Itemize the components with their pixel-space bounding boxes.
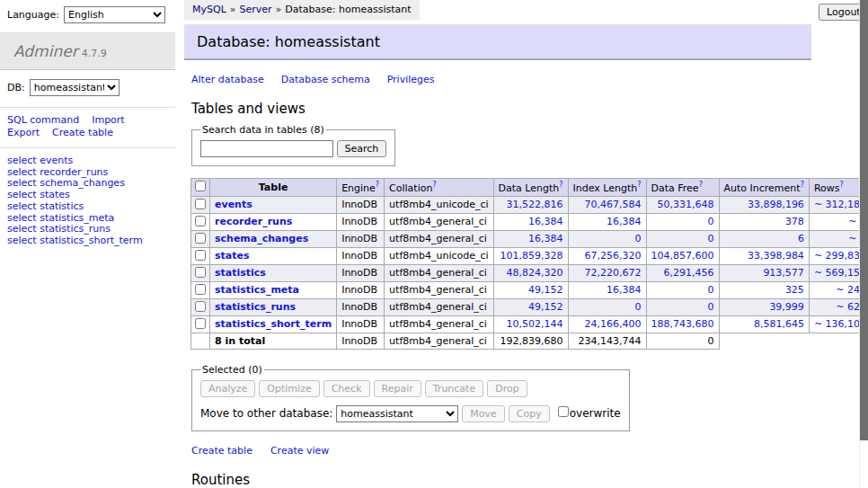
- breadcrumb-link[interactable]: MySQL: [192, 4, 226, 15]
- help-link[interactable]: ?: [559, 181, 562, 189]
- table-name-link[interactable]: statistics_meta: [215, 284, 299, 296]
- index-length-link[interactable]: 72,220,672: [585, 267, 642, 279]
- auto-increment-link[interactable]: 325: [785, 284, 804, 296]
- auto-increment-cell: 33,898,196: [719, 196, 809, 213]
- column-header-engine: Engine?: [337, 179, 385, 197]
- index-length-link[interactable]: 24,166,400: [585, 318, 642, 330]
- data-length-link[interactable]: 16,384: [528, 216, 563, 227]
- database-action-link[interactable]: Database schema: [281, 74, 370, 85]
- check-button[interactable]: Check: [323, 380, 370, 397]
- engine-cell: InnoDB: [337, 298, 385, 315]
- auto-increment-link[interactable]: 8,581,645: [754, 318, 804, 330]
- sidebar-action-link[interactable]: SQL command: [7, 114, 79, 126]
- index-length-link[interactable]: 70,467,584: [585, 199, 642, 210]
- data-free-link[interactable]: 0: [708, 233, 714, 244]
- table-name-link[interactable]: statistics_runs: [215, 301, 296, 313]
- auto-increment-link[interactable]: 33,398,984: [748, 250, 804, 262]
- help-link[interactable]: ?: [376, 181, 379, 189]
- scrollbar-thumb[interactable]: [860, 0, 868, 440]
- move-button[interactable]: Move: [462, 405, 505, 422]
- sidebar-select-link[interactable]: select states: [7, 190, 168, 201]
- drop-button[interactable]: Drop: [487, 380, 527, 397]
- row-checkbox[interactable]: [195, 199, 206, 209]
- repair-button[interactable]: Repair: [374, 380, 421, 397]
- analyze-button[interactable]: Analyze: [200, 380, 255, 397]
- data-free-link[interactable]: 104,857,600: [651, 250, 714, 262]
- data-length-link[interactable]: 31,522,816: [507, 199, 563, 210]
- table-name-link[interactable]: events: [215, 199, 252, 210]
- optimize-button[interactable]: Optimize: [259, 380, 319, 397]
- sidebar-action-link[interactable]: Export: [7, 127, 40, 138]
- row-checkbox[interactable]: [195, 233, 206, 244]
- database-action-link[interactable]: Alter database: [191, 74, 264, 85]
- data-length-link[interactable]: 16,384: [528, 233, 563, 244]
- row-checkbox[interactable]: [195, 250, 206, 261]
- language-label: Language:: [7, 9, 59, 21]
- overwrite-checkbox[interactable]: [558, 406, 569, 417]
- row-checkbox[interactable]: [195, 318, 206, 329]
- help-link[interactable]: ?: [801, 181, 804, 189]
- index-length-link[interactable]: 0: [635, 233, 642, 244]
- auto-increment-link[interactable]: 33,898,196: [748, 199, 804, 210]
- breadcrumb-link[interactable]: Server: [240, 4, 272, 15]
- truncate-button[interactable]: Truncate: [425, 380, 483, 397]
- index-length-link[interactable]: 67,256,320: [585, 250, 642, 262]
- table-name-link[interactable]: schema_changes: [215, 233, 308, 244]
- select-all-checkbox[interactable]: [195, 181, 206, 191]
- table-name-link[interactable]: statistics_short_term: [215, 318, 332, 330]
- index-length-cell: 16,384: [568, 213, 646, 230]
- sidebar-select-link[interactable]: select statistics_short_term: [7, 235, 168, 247]
- vertical-scrollbar[interactable]: [859, 0, 868, 488]
- row-checkbox[interactable]: [195, 216, 206, 226]
- auto-increment-link[interactable]: 6: [798, 233, 804, 244]
- data-free-link[interactable]: 0: [708, 301, 714, 313]
- data-length-link[interactable]: 10,502,144: [507, 318, 563, 330]
- data-length-link[interactable]: 49,152: [528, 284, 563, 296]
- data-free-cell: 188,743,680: [646, 315, 719, 333]
- auto-increment-link[interactable]: 913,577: [763, 267, 804, 279]
- auto-increment-link[interactable]: 378: [785, 216, 804, 227]
- row-checkbox[interactable]: [195, 301, 206, 312]
- language-select[interactable]: English: [64, 6, 165, 23]
- sidebar-action-link[interactable]: Import: [92, 114, 125, 126]
- table-name-link[interactable]: statistics: [215, 267, 266, 279]
- help-link[interactable]: ?: [699, 181, 703, 189]
- index-length-link[interactable]: 0: [635, 301, 642, 313]
- row-checkbox-cell: [191, 298, 210, 315]
- index-length-cell: 16,384: [568, 281, 646, 298]
- sidebar-action-link[interactable]: Create table: [52, 127, 113, 138]
- copy-button[interactable]: Copy: [509, 405, 550, 422]
- select-all-cell: [191, 179, 210, 197]
- row-checkbox[interactable]: [195, 267, 206, 278]
- table-name-link[interactable]: recorder_runs: [215, 216, 292, 227]
- db-select[interactable]: homeassistant: [30, 79, 120, 96]
- index-length-link[interactable]: 16,384: [607, 216, 642, 227]
- create-link[interactable]: Create view: [270, 445, 329, 457]
- index-length-link[interactable]: 16,384: [607, 284, 642, 296]
- sidebar-select-link[interactable]: select statistics: [7, 201, 168, 213]
- data-free-link[interactable]: 6,291,456: [664, 267, 714, 279]
- move-db-select[interactable]: homeassistant: [336, 405, 458, 422]
- table-row-statistics_meta: statistics_metaInnoDButf8mb4_general_ci4…: [191, 281, 868, 298]
- auto-increment-link[interactable]: 39,999: [769, 301, 804, 313]
- data-free-link[interactable]: 50,331,648: [658, 199, 714, 210]
- help-link[interactable]: ?: [839, 181, 843, 189]
- sidebar-select-link[interactable]: select events: [7, 155, 168, 167]
- help-link[interactable]: ?: [432, 181, 436, 189]
- data-free-link[interactable]: 0: [708, 284, 714, 296]
- engine-cell: InnoDB: [337, 315, 385, 333]
- create-link[interactable]: Create table: [191, 445, 252, 457]
- data-length-link[interactable]: 48,824,320: [507, 267, 563, 279]
- help-link[interactable]: ?: [637, 181, 641, 189]
- app-version: 4.7.9: [82, 48, 107, 59]
- search-button[interactable]: Search: [337, 140, 387, 157]
- table-name-link[interactable]: states: [215, 250, 250, 262]
- data-length-link[interactable]: 49,152: [528, 301, 563, 313]
- row-checkbox[interactable]: [195, 284, 206, 295]
- data-free-link[interactable]: 188,743,680: [651, 318, 714, 330]
- sidebar-actions: SQL commandImportExportCreate table: [0, 108, 175, 147]
- search-input[interactable]: [200, 140, 333, 157]
- data-length-link[interactable]: 101,859,328: [500, 250, 563, 262]
- database-action-link[interactable]: Privileges: [387, 74, 435, 85]
- data-free-link[interactable]: 0: [708, 216, 714, 227]
